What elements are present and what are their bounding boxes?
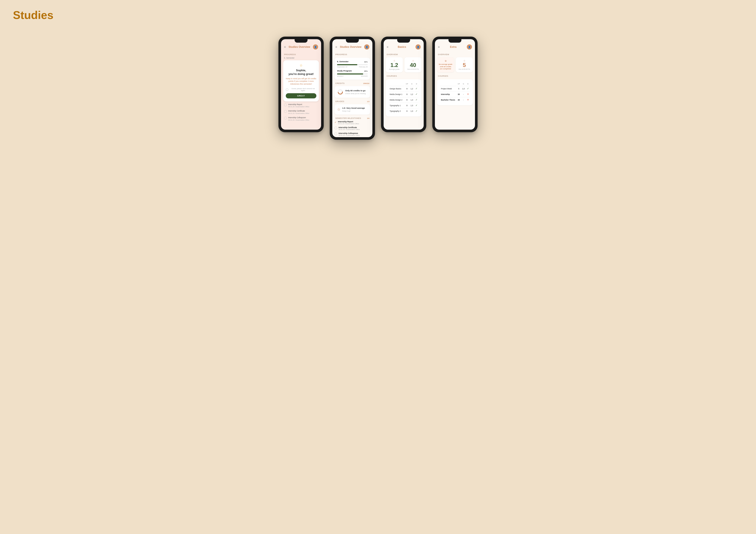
milestones-section-row: Semester Milestones 1/4: [332, 116, 372, 120]
semester-label: 6. Semester: [281, 56, 321, 60]
courses-card-3: CP G D Design Basics 8 1,2 ✓: [386, 79, 421, 116]
milestone-3-sub: 06.01.20 / Examination Office: [338, 134, 360, 136]
grade-star: ☆: [337, 107, 340, 112]
study-bar-labels: WS16/17 WS19/20: [337, 75, 368, 77]
col-cp-4h: CP: [457, 82, 461, 86]
extra-done-1: ✓: [467, 87, 469, 90]
col-cp-3: CP: [405, 82, 409, 86]
course-cp-2: 8: [405, 91, 409, 97]
milestone-2-text: Internship Certificate: [338, 126, 360, 129]
done-icon-5: ✓: [416, 110, 418, 112]
done-icon-2: ✓: [416, 93, 418, 95]
semester-bar-labels: September 19 February 20: [337, 66, 368, 68]
phone-1: ≡ Studies Overview 👤 Progress 6. Semeste…: [279, 37, 324, 132]
course-cp-3: 8: [405, 97, 409, 102]
course-row-2: Media Design 1 8 1,2 ✓: [389, 91, 418, 97]
donut-wrap: [337, 89, 343, 95]
ects-value: 40: [406, 62, 420, 68]
extra-d-1: ✓: [466, 86, 470, 91]
course-row-1: Design Basics 8 1,2 ✓: [389, 86, 418, 91]
credits-section-row: Credits 150/210: [332, 81, 372, 85]
course-g-2: 1,2: [410, 91, 414, 97]
credits-card-title: Only 60 credits to go: [345, 89, 366, 92]
avg-grade-value: 1.2: [388, 62, 401, 68]
milestone-3: Internship Colloquium 06.01.20 / Examina…: [335, 131, 370, 137]
avatar: 👤: [313, 44, 318, 50]
no-avg-card: ☆ No average grade until all credits are…: [437, 57, 454, 72]
course-row-5: Typography 2 8 1,3 ✓: [389, 108, 418, 114]
menu-icon[interactable]: ≡: [284, 45, 286, 49]
course-cp-5: 8: [405, 108, 409, 114]
check-circle-1[interactable]: [284, 104, 287, 106]
avg-grade-label: Average grade: [388, 68, 401, 70]
phone-2-title: Studies Overview: [340, 45, 362, 48]
semester-title: 6. Semester: [337, 60, 348, 63]
milestone-2-sub: 06.01.20 / Examination Office: [338, 129, 360, 131]
extra-name-1: Project Week: [440, 86, 456, 91]
col-name-4h: [440, 82, 456, 86]
phone-1-screen: ≡ Studies Overview 👤 Progress 6. Semeste…: [281, 39, 321, 130]
avatar-2: 👤: [364, 44, 369, 50]
semester-bar-fill: [337, 64, 357, 65]
motivation-card: ☆ Sophie, you're doing great! Keep in mi…: [283, 60, 319, 101]
grades-label: Grades: [335, 100, 344, 103]
phone-4-screen: ≡ Extra 👤 Overview ☆ No average grade un…: [435, 39, 475, 130]
col-g-4h: G: [461, 82, 466, 86]
ects-label-4: Out of 65 ECTS: [458, 68, 471, 70]
phone-2-screen: ≡ Studies Overview 👤 Progress 6. Semeste…: [332, 39, 372, 137]
semester-bar-track: [337, 64, 368, 65]
progress-label: Progress: [281, 52, 321, 56]
course-cp-1: 8: [405, 86, 409, 91]
course-g-5: 1,3: [410, 108, 414, 114]
star-icon: ☆: [286, 63, 316, 67]
extra-x-3: ✕: [467, 98, 469, 101]
extra-cp-1: 5: [457, 86, 461, 91]
phone-4: ≡ Extra 👤 Overview ☆ No average grade un…: [432, 37, 477, 132]
phone-3-title: Basics: [398, 45, 406, 48]
check-circle-3[interactable]: [284, 117, 287, 119]
motivation-body: Keep in mind you will get 30 credits poi…: [286, 77, 316, 86]
milestone-3-text: Internship Colloquium: [338, 132, 360, 134]
study-program-title: Study Program: [337, 69, 352, 72]
checklist-label-3: Internship Colloquium: [288, 116, 309, 119]
phone-1-title: Studies Overview: [288, 45, 310, 48]
extra-row-3: Bachelor Thesis 30 - ✕: [440, 97, 470, 102]
check-circle-2[interactable]: [284, 110, 287, 113]
checklist-label-1: Internship Report: [288, 103, 309, 106]
overview-label-3: Overview: [384, 52, 424, 56]
extra-cp-2: 30: [457, 91, 461, 97]
phone-3-notch: [397, 39, 410, 43]
grades-card: ☆ 1.5: Very Good average Keep it up!: [335, 104, 370, 114]
course-name-3: Media Design 2: [389, 97, 404, 102]
grades-badge: 1.5: [367, 101, 369, 103]
dismiss-row: I know, please don't remind me again: [286, 88, 316, 91]
milestone-1-check: ✓: [335, 121, 337, 124]
overview-label-4: Overview: [435, 52, 475, 56]
menu-icon-3[interactable]: ≡: [387, 45, 388, 49]
menu-icon-4[interactable]: ≡: [438, 45, 440, 49]
course-row-3: Media Design 2 8 1,3 ✓: [389, 97, 418, 102]
course-g-3: 1,3: [410, 97, 414, 102]
study-program-pct: 85%: [364, 70, 368, 72]
courses-table-3: CP G D Design Basics 8 1,2 ✓: [388, 82, 419, 114]
done-icon-4: ✓: [416, 104, 418, 107]
course-name-2: Media Design 1: [389, 91, 404, 97]
milestone-1: ✓ Internship Report 06.01.20 / Examinati…: [335, 120, 370, 126]
checklist-item-1: Internship Report 06.01.20 / Examination…: [281, 102, 321, 109]
grades-row: ☆ 1.5: Very Good average Keep it up!: [337, 107, 368, 112]
extra-x-2: ✕: [467, 93, 469, 95]
course-name-4: Typography 1: [389, 103, 404, 108]
checklist-item-3: Internship Colloquium 06.01.20 / Examina…: [281, 115, 321, 122]
phone-2-notch: [346, 39, 359, 43]
menu-icon-2[interactable]: ≡: [335, 45, 337, 49]
study-bar-fill: [337, 73, 363, 74]
great-button[interactable]: GREAT: [286, 93, 316, 98]
checklist-item-2: Internship Certificate 06.01.20 / Examin…: [281, 109, 321, 115]
milestone-2-circle[interactable]: [335, 127, 337, 129]
milestone-3-circle[interactable]: [335, 132, 337, 135]
page-title: Studies: [13, 9, 747, 21]
dismiss-circle[interactable]: [286, 88, 288, 91]
dismiss-label: I know, please don't remind me again: [290, 88, 316, 91]
col-d-4h: D: [466, 82, 470, 86]
credits-label: Credits: [335, 82, 345, 85]
